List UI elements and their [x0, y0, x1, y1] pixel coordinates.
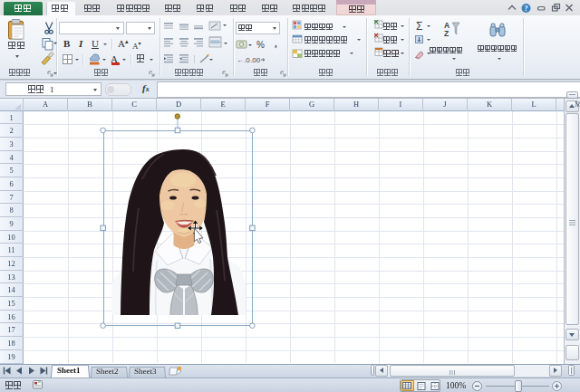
svg-text:←.0: ←.0 — [237, 56, 250, 64]
svg-text:,: , — [275, 39, 277, 49]
svg-text:.00: .00 — [250, 56, 261, 64]
svg-text:Z: Z — [444, 29, 449, 37]
svg-text:?: ? — [525, 5, 528, 13]
svg-text:%: % — [256, 40, 265, 50]
